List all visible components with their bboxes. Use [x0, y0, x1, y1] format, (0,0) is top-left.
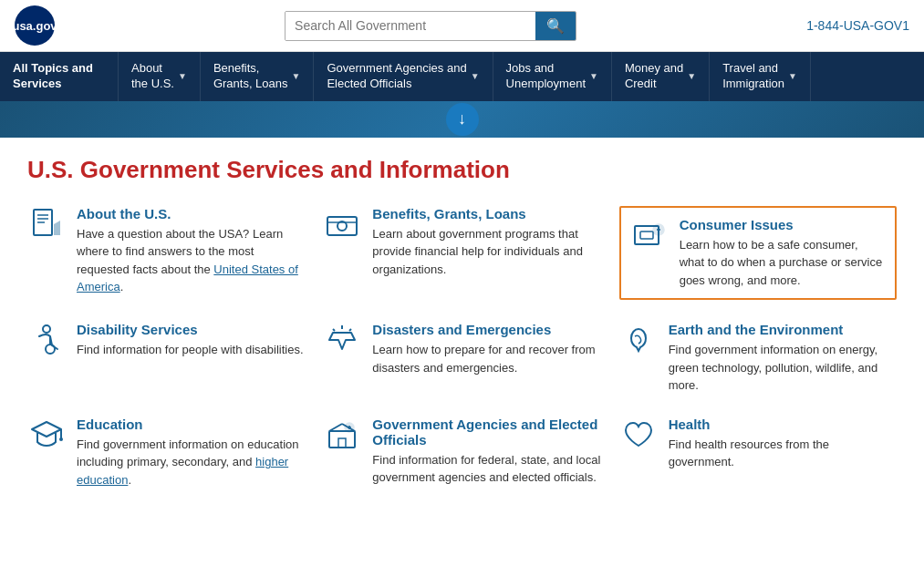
card-content-about-us: About the U.S. Have a question about the…	[77, 206, 305, 296]
card-content-consumer: Consumer Issues Learn how to be a safe c…	[680, 217, 886, 290]
chevron-down-icon: ▼	[589, 70, 598, 82]
card-title-disability[interactable]: Disability Services	[77, 322, 304, 337]
card-desc-gov-agencies: Find information for federal, state, and…	[372, 451, 600, 487]
header: usa.gov 🔍 1-844-USA-GOV1	[0, 0, 924, 52]
svg-line-18	[349, 329, 351, 331]
logo-text: usa.gov	[12, 19, 57, 33]
card-health: Health Find health resources from the go…	[619, 417, 897, 489]
search-box: 🔍	[285, 11, 576, 41]
search-input[interactable]	[286, 12, 535, 40]
card-content-disability: Disability Services Find information for…	[77, 322, 304, 359]
card-title-disasters[interactable]: Disasters and Emergencies	[372, 322, 600, 337]
card-about-us: About the U.S. Have a question about the…	[27, 206, 305, 301]
nav-item-money[interactable]: Money andCredit ▼	[612, 52, 710, 101]
card-desc-about-us: Have a question about the USA? Learn whe…	[77, 225, 305, 296]
card-content-benefits: Benefits, Grants, Loans Learn about gove…	[372, 206, 600, 279]
about-us-icon	[27, 206, 66, 241]
chevron-down-icon: ▼	[687, 70, 696, 82]
topics-grid: About the U.S. Have a question about the…	[27, 206, 897, 489]
education-icon	[27, 417, 66, 451]
nav-item-benefits[interactable]: Benefits,Grants, Loans ▼	[201, 52, 315, 101]
page-title: U.S. Government Services and Information	[27, 156, 897, 184]
card-content-gov-agencies: Government Agencies and Elected Official…	[372, 417, 600, 487]
nav-item-all-topics[interactable]: All Topics and Services	[0, 52, 119, 101]
svg-rect-9	[640, 232, 653, 239]
card-desc-benefits: Learn about government programs that pro…	[372, 225, 600, 279]
phone-link[interactable]: 1-844-USA-GOV1	[806, 18, 909, 33]
card-title-gov-agencies[interactable]: Government Agencies and Elected Official…	[372, 417, 600, 448]
svg-line-17	[333, 329, 335, 331]
chevron-down-icon: ▼	[178, 70, 187, 82]
card-disability: Disability Services Find information for…	[27, 322, 305, 395]
main-content: U.S. Government Services and Information…	[0, 138, 924, 508]
scroll-down-button[interactable]: ↓	[446, 103, 479, 136]
card-title-consumer[interactable]: Consumer Issues	[680, 217, 886, 232]
about-us-link[interactable]: United States of America	[77, 262, 298, 294]
svg-point-13	[43, 325, 50, 333]
main-nav: All Topics and Services Aboutthe U.S. ▼ …	[0, 52, 924, 101]
card-benefits: Benefits, Grants, Loans Learn about gove…	[323, 206, 600, 301]
nav-label-benefits: Benefits,Grants, Loans	[213, 61, 288, 92]
logo[interactable]: usa.gov	[15, 5, 55, 46]
svg-marker-4	[54, 221, 60, 235]
svg-rect-26	[338, 438, 346, 448]
svg-point-21	[59, 437, 63, 441]
card-consumer: Consumer Issues Learn how to be a safe c…	[619, 206, 897, 301]
search-button[interactable]: 🔍	[535, 12, 576, 40]
consumer-icon	[630, 217, 669, 252]
card-content-earth: Earth and the Environment Find governmen…	[669, 322, 897, 395]
chevron-down-icon: ▼	[292, 70, 301, 82]
card-desc-consumer: Learn how to be a safe consumer, what to…	[680, 236, 886, 290]
svg-point-14	[46, 345, 55, 354]
card-desc-disability: Find information for people with disabil…	[77, 341, 304, 359]
higher-education-link[interactable]: higher education	[77, 455, 288, 487]
health-icon	[619, 417, 658, 451]
chevron-down-icon: ▼	[788, 70, 797, 82]
nav-label-jobs: Jobs andUnemployment	[506, 61, 586, 92]
earth-icon	[619, 322, 658, 356]
nav-label-travel: Travel andImmigration	[722, 61, 784, 92]
nav-label-about-us: Aboutthe U.S.	[131, 61, 174, 92]
nav-item-about-us[interactable]: Aboutthe U.S. ▼	[119, 52, 201, 101]
gov-agencies-icon	[323, 417, 361, 451]
nav-label-gov-agencies: Government Agencies andElected Officials	[327, 61, 466, 92]
card-desc-education: Find government information on education…	[77, 436, 305, 489]
nav-item-gov-agencies[interactable]: Government Agencies andElected Officials…	[314, 52, 493, 101]
nav-item-jobs[interactable]: Jobs andUnemployment ▼	[493, 52, 612, 101]
card-desc-earth: Find government information on energy, g…	[669, 341, 897, 395]
benefits-icon	[323, 206, 361, 241]
card-content-health: Health Find health resources from the go…	[669, 417, 897, 471]
svg-marker-19	[32, 422, 61, 437]
card-title-health[interactable]: Health	[669, 417, 897, 432]
disability-icon	[27, 322, 66, 356]
card-disasters: Disasters and Emergencies Learn how to p…	[323, 322, 600, 395]
disasters-icon	[323, 322, 361, 356]
chevron-down-icon: ▼	[471, 70, 480, 82]
banner-strip: ↓	[0, 101, 924, 138]
svg-rect-22	[329, 431, 355, 448]
card-earth: Earth and the Environment Find governmen…	[619, 322, 897, 395]
card-title-education[interactable]: Education	[77, 417, 305, 432]
card-title-earth[interactable]: Earth and the Environment	[669, 322, 897, 337]
card-desc-disasters: Learn how to prepare for and recover fro…	[372, 341, 600, 376]
card-education: Education Find government information on…	[27, 417, 305, 489]
card-title-benefits[interactable]: Benefits, Grants, Loans	[372, 206, 600, 221]
svg-rect-5	[327, 217, 357, 235]
svg-line-24	[329, 424, 342, 431]
card-content-disasters: Disasters and Emergencies Learn how to p…	[372, 322, 600, 376]
card-title-about-us[interactable]: About the U.S.	[77, 206, 305, 221]
nav-label-all-topics: All Topics and Services	[13, 61, 105, 92]
search-area: 🔍	[55, 11, 806, 41]
card-content-education: Education Find government information on…	[77, 417, 305, 489]
nav-label-money: Money andCredit	[625, 61, 683, 92]
card-gov-agencies: Government Agencies and Elected Official…	[323, 417, 600, 489]
card-desc-health: Find health resources from the governmen…	[669, 436, 897, 471]
nav-item-travel[interactable]: Travel andImmigration ▼	[710, 52, 811, 101]
